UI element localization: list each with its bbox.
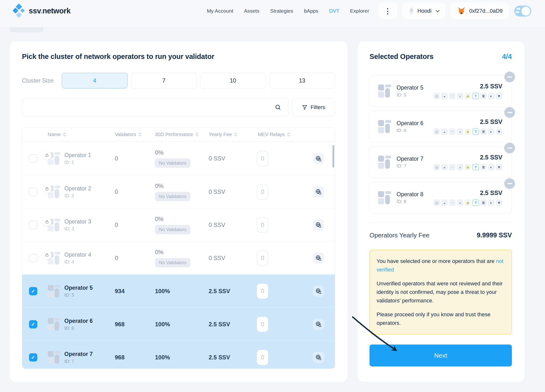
table-row[interactable]: Operator 6ID: 6 968 100% 2.5 SSV 0 [22, 308, 335, 341]
table-row[interactable]: Operator 3ID: 3 0 0%No Validators 0 SSV … [22, 208, 335, 241]
selected-operators-title: Selected Operators [370, 53, 433, 61]
validators-count: 0 [115, 188, 155, 195]
mev-relay-icon-9: ▼ [496, 93, 502, 99]
yearly-fee-value: 2.5 SSV [209, 354, 255, 361]
performance-value: 0% [155, 216, 164, 223]
wallet-button[interactable]: 0xf27d...0aD9 [451, 3, 509, 19]
explorer-link-icon[interactable] [313, 153, 324, 164]
operator-avatar [378, 84, 391, 98]
cluster-option-7[interactable]: 7 [131, 73, 197, 88]
sort-icon [287, 132, 290, 137]
row-checkbox[interactable] [29, 320, 37, 328]
mev-relay-icon-9: ▼ [496, 128, 502, 135]
table-row[interactable]: Operator 2ID: 2 0 0%No Validators 0 SSV … [22, 175, 335, 208]
operator-fee: 2.5 SSV [480, 83, 502, 90]
cluster-option-4[interactable]: 4 [62, 73, 128, 88]
chevron-down-icon [436, 8, 440, 12]
nav-my-account[interactable]: My Account [207, 8, 234, 14]
operator-picker-panel: Pick the cluster of network operators to… [10, 41, 347, 382]
row-checkbox[interactable] [29, 254, 37, 262]
page-title: Pick the cluster of network operators to… [22, 53, 335, 61]
table-row[interactable]: Operator 4ID: 4 0 0%No Validators 0 SSV … [22, 241, 335, 274]
nav-explorer[interactable]: Explorer [350, 8, 369, 14]
lock-icon [42, 250, 51, 259]
explorer-link-icon[interactable] [313, 252, 324, 264]
table-row[interactable]: Operator 7ID: 7 968 100% 2.5 SSV 0 [22, 341, 335, 369]
network-selector[interactable]: Hoodi [402, 3, 445, 19]
operator-id: ID: 6 [64, 326, 93, 331]
row-checkbox[interactable] [29, 188, 37, 196]
explorer-link-icon[interactable] [313, 186, 324, 197]
operator-name: Operator 1 [64, 152, 91, 159]
explorer-link-icon[interactable] [313, 319, 324, 330]
mev-relay-icon-5: ◈ [465, 128, 471, 135]
mev-relay-icon-4: ◕ [457, 128, 463, 135]
validators-count: 968 [115, 354, 155, 361]
mev-relay-icons: ◎◒◔◕◈T♛◐▼ [433, 164, 502, 170]
mev-relay-icon-2: ◒ [441, 164, 448, 170]
lock-icon [42, 184, 51, 193]
mev-relay-icon-7: ♛ [480, 164, 487, 170]
validators-count: 934 [115, 288, 155, 295]
column-validators[interactable]: Validators [115, 132, 155, 137]
yearly-fee-value: 0 SSV [209, 255, 255, 261]
column-yearly-fee[interactable]: Yearly Fee [209, 132, 255, 137]
column-mev-relays[interactable]: MEV Relays [255, 132, 307, 137]
column-name[interactable]: Name [48, 132, 115, 137]
cluster-option-13[interactable]: 13 [269, 73, 335, 88]
operator-avatar [48, 351, 60, 364]
yearly-fee-value: 2.5 SSV [209, 321, 255, 328]
more-menu-button[interactable]: ⋮ [379, 3, 397, 19]
table-row[interactable]: Operator 5ID: 5 934 100% 2.5 SSV 0 [22, 274, 335, 308]
mev-relays-count: 0 [257, 217, 268, 233]
cluster-option-10[interactable]: 10 [200, 73, 266, 88]
row-checkbox[interactable] [29, 221, 37, 229]
remove-operator-button[interactable] [504, 72, 515, 82]
next-button[interactable]: Next [370, 345, 512, 366]
nav-dvt[interactable]: DVT [329, 8, 339, 14]
nav-strategies[interactable]: Strategies [270, 8, 293, 14]
row-checkbox[interactable] [29, 353, 37, 362]
explorer-link-icon[interactable] [313, 286, 324, 297]
selected-count: 4/4 [502, 53, 512, 61]
sort-icon [234, 132, 237, 137]
wallet-address: 0xf27d...0aD9 [469, 8, 503, 14]
search-input[interactable] [22, 98, 289, 117]
brand-logo[interactable]: ssv.network [13, 4, 70, 18]
performance-value: 0% [155, 183, 164, 189]
toggle-knob [521, 7, 530, 16]
selected-operator-card: Operator 5ID: 5 2.5 SSV◎◒◔◕◈T♛◐▼ [370, 75, 512, 107]
table-scrollbar[interactable] [332, 145, 334, 168]
mev-relay-icon-9: ▼ [496, 164, 502, 170]
mev-relay-icon-7: ♛ [480, 199, 487, 206]
performance-value: 0% [155, 249, 164, 256]
no-validators-badge: No Validators [155, 192, 190, 201]
no-validators-badge: No Validators [155, 258, 190, 267]
no-validators-badge: No Validators [155, 225, 190, 234]
mev-relay-icons: ◎◒◔◕◈T♛◐▼ [433, 93, 502, 99]
column-performance[interactable]: 30D Performance [155, 132, 209, 137]
explorer-link-icon[interactable] [313, 352, 324, 363]
no-validators-badge: No Validators [155, 159, 190, 168]
yearly-fee-total: 9.9999 SSV [477, 232, 512, 239]
row-checkbox[interactable] [29, 287, 37, 295]
row-checkbox[interactable] [29, 154, 37, 163]
filters-button[interactable]: Filters [292, 98, 335, 117]
operator-name: Operator 2 [64, 185, 91, 192]
theme-toggle[interactable] [514, 6, 531, 17]
mev-relay-icon-8: ◐ [488, 128, 495, 135]
performance-value: 100% [155, 354, 170, 361]
nav-bapps[interactable]: bApps [304, 8, 319, 14]
table-row[interactable]: Operator 1ID: 1 0 0%No Validators 0 SSV … [22, 142, 335, 175]
remove-operator-button[interactable] [504, 178, 515, 189]
nav-assets[interactable]: Assets [244, 8, 259, 14]
mev-relay-icon-1: ◎ [433, 164, 440, 170]
remove-operator-button[interactable] [504, 107, 515, 118]
cluster-size-label: Cluster Size [22, 73, 62, 88]
mev-relay-icon-4: ◕ [457, 93, 463, 99]
explorer-link-icon[interactable] [313, 219, 324, 231]
top-bar: ssv.network My Account Assets Strategies… [0, 0, 545, 28]
remove-operator-button[interactable] [504, 143, 515, 153]
performance-value: 100% [155, 321, 170, 328]
search-icon[interactable] [275, 104, 282, 111]
